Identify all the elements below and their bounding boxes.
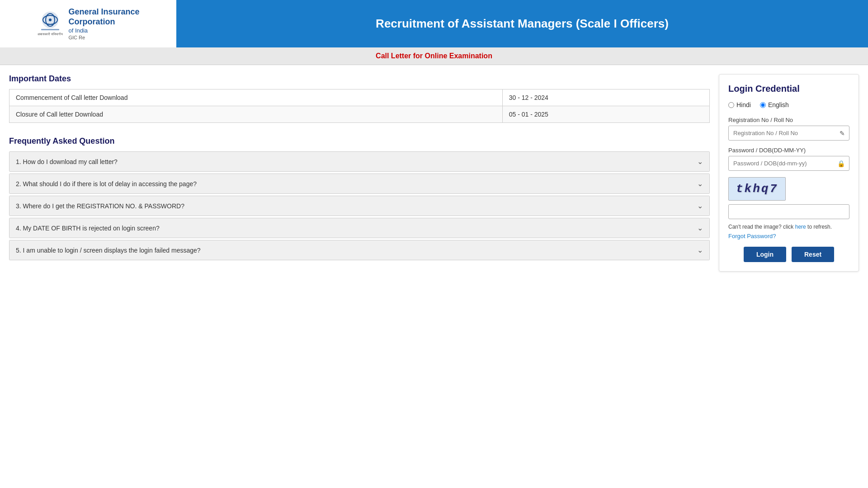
button-group: Login Reset: [728, 247, 849, 262]
login-panel: Login Credential Hindi English Registrat…: [719, 74, 859, 272]
table-row: Closure of Call letter Download 05 - 01 …: [9, 106, 710, 123]
captcha-input-wrapper: [728, 204, 849, 219]
reg-label: Registration No / Roll No: [728, 117, 849, 123]
date-value-1: 30 - 12 - 2024: [502, 89, 709, 106]
faq-title: Frequently Asked Question: [9, 136, 710, 146]
important-dates-title: Important Dates: [9, 74, 710, 84]
hindi-radio[interactable]: [728, 102, 734, 108]
registration-input[interactable]: [728, 126, 849, 141]
refresh-link[interactable]: here: [795, 224, 806, 230]
refresh-text: Can't read the image? click here to refr…: [728, 224, 849, 230]
main-container: Important Dates Commencement of Call let…: [0, 65, 868, 281]
hindi-label: Hindi: [736, 101, 751, 108]
date-value-2: 05 - 01 - 2025: [502, 106, 709, 123]
banner: Call Letter for Online Examination: [0, 47, 868, 65]
chevron-down-icon: ⌄: [697, 246, 703, 254]
faq-question-text-5: 5. I am unable to login / screen display…: [16, 247, 201, 254]
dates-table: Commencement of Call letter Download 30 …: [9, 89, 710, 123]
reg-input-wrapper: ✎: [728, 126, 849, 141]
captcha-text: tkhq7: [736, 182, 778, 196]
language-radio-group: Hindi English: [728, 101, 849, 108]
hindi-radio-label[interactable]: Hindi: [728, 101, 751, 108]
english-radio[interactable]: [760, 102, 766, 108]
login-title: Login Credential: [728, 84, 849, 94]
faq-question-4[interactable]: 4. My DATE OF BIRTH is rejected on login…: [9, 218, 709, 238]
logo-section: आवासकारी संविभागीय General Insurance Cor…: [0, 0, 176, 47]
chevron-down-icon: ⌄: [697, 202, 703, 210]
chevron-down-icon: ⌄: [697, 179, 703, 188]
english-label: English: [768, 101, 789, 108]
login-button[interactable]: Login: [744, 247, 786, 262]
refresh-after: to refresh.: [806, 224, 832, 230]
faq-question-2[interactable]: 2. What should I do if there is lot of d…: [9, 174, 709, 193]
faq-item-3[interactable]: 3. Where do I get the REGISTRATION NO. &…: [9, 196, 710, 216]
logo-small: GIC Re: [68, 35, 139, 40]
table-row: Commencement of Call letter Download 30 …: [9, 89, 710, 106]
password-input[interactable]: [728, 156, 849, 171]
faq-question-text-1: 1. How do I download my call letter?: [16, 158, 118, 165]
forgot-password-link[interactable]: Forgot Password?: [728, 233, 849, 239]
faq-question-text-3: 3. Where do I get the REGISTRATION NO. &…: [16, 202, 184, 210]
chevron-down-icon: ⌄: [697, 157, 703, 166]
english-radio-label[interactable]: English: [760, 101, 789, 108]
logo-subtitle: of India: [68, 27, 139, 35]
faq-item-1[interactable]: 1. How do I download my call letter? ⌄: [9, 151, 710, 172]
faq-item-5[interactable]: 5. I am unable to login / screen display…: [9, 240, 710, 260]
faq-question-5[interactable]: 5. I am unable to login / screen display…: [9, 240, 709, 260]
faq-question-text-2: 2. What should I do if there is lot of d…: [16, 180, 197, 188]
svg-rect-4: [41, 29, 59, 30]
logo-title-line2: Corporation: [68, 17, 139, 27]
faq-question-1[interactable]: 1. How do I download my call letter? ⌄: [9, 152, 709, 171]
faq-question-3[interactable]: 3. Where do I get the REGISTRATION NO. &…: [9, 196, 709, 216]
refresh-before: Can't read the image? click: [728, 224, 795, 230]
banner-text: Call Letter for Online Examination: [376, 52, 492, 60]
faq-question-text-4: 4. My DATE OF BIRTH is rejected on login…: [16, 225, 160, 232]
logo-title-line1: General Insurance: [68, 7, 139, 17]
left-content: Important Dates Commencement of Call let…: [9, 74, 710, 262]
faq-item-2[interactable]: 2. What should I do if there is lot of d…: [9, 174, 710, 194]
date-label-1: Commencement of Call letter Download: [9, 89, 503, 106]
svg-point-3: [49, 19, 52, 21]
reset-button[interactable]: Reset: [792, 247, 834, 262]
date-label-2: Closure of Call letter Download: [9, 106, 503, 123]
password-label: Password / DOB(DD-MM-YY): [728, 147, 849, 154]
gic-logo-icon: आवासकारी संविभागीय: [37, 10, 64, 37]
captcha-image: tkhq7: [728, 177, 786, 201]
chevron-down-icon: ⌄: [697, 224, 703, 232]
captcha-input[interactable]: [728, 204, 849, 219]
captcha-section: tkhq7: [728, 177, 849, 219]
header: आवासकारी संविभागीय General Insurance Cor…: [0, 0, 868, 47]
password-input-wrapper: 🔒: [728, 156, 849, 171]
page-title: Recruitment of Assistant Managers (Scale…: [176, 17, 868, 31]
faq-item-4[interactable]: 4. My DATE OF BIRTH is rejected on login…: [9, 218, 710, 238]
svg-text:आवासकारी संविभागीय: आवासकारी संविभागीय: [38, 32, 63, 36]
